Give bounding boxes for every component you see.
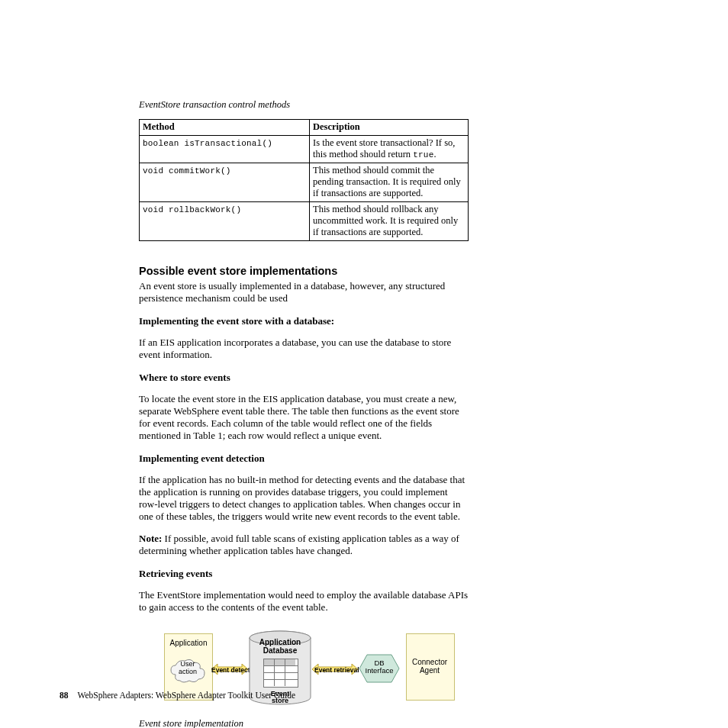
body-text: If the application has no built-in metho… xyxy=(139,474,469,523)
table-row: void commitWork() This method should com… xyxy=(140,163,469,202)
method-cell: void commitWork() xyxy=(143,166,231,176)
body-text: To locate the event store in the EIS app… xyxy=(139,393,469,442)
event-retrieval-label: Event retrieval xyxy=(314,666,359,674)
description-cell: This method should rollback any uncommit… xyxy=(310,202,469,241)
body-text: The EventStore implementation would need… xyxy=(139,589,469,614)
description-cell: Is the event store transactional? If so,… xyxy=(310,136,469,163)
application-label: Application xyxy=(165,639,212,647)
user-action-label: Useraction xyxy=(169,661,206,676)
description-cell: This method should commit the pending tr… xyxy=(310,163,469,202)
intro-text: An event store is usually implemented in… xyxy=(139,280,469,304)
sub-heading: Retrieving events xyxy=(139,568,469,580)
section-heading: Possible event store implementations xyxy=(139,265,617,277)
page-number: 88 xyxy=(60,691,69,700)
sub-heading: Implementing the event store with a data… xyxy=(139,315,469,327)
footer-text: WebSphere Adapters: WebSphere Adapter To… xyxy=(78,691,296,700)
table-header-row: Method Description xyxy=(140,120,469,136)
method-cell: boolean isTransactional() xyxy=(143,139,272,148)
event-table-icon xyxy=(263,659,298,688)
table-caption: EventStore transaction control methods xyxy=(139,99,617,111)
sub-heading: Where to store events xyxy=(139,372,469,384)
connector-label: ConnectorAgent xyxy=(406,658,453,675)
method-cell: void rollbackWork() xyxy=(143,205,241,214)
header-description: Description xyxy=(310,120,469,136)
note-label: Note: xyxy=(139,533,162,544)
sub-heading: Implementing event detection xyxy=(139,453,469,465)
note-text: Note: If possible, avoid full table scan… xyxy=(139,533,469,557)
figure-caption: Event store implementation xyxy=(139,718,617,728)
table-row: boolean isTransactional() Is the event s… xyxy=(140,136,469,163)
table-row: void rollbackWork() This method should r… xyxy=(140,202,469,241)
document-page: EventStore transaction control methods M… xyxy=(0,0,728,728)
page-footer: 88WebSphere Adapters: WebSphere Adapter … xyxy=(60,691,295,700)
body-text: If an EIS application incorporates a dat… xyxy=(139,337,469,361)
header-method: Method xyxy=(140,120,310,136)
methods-table: Method Description boolean isTransaction… xyxy=(139,119,469,241)
db-interface-label: DBInterface xyxy=(358,659,401,675)
database-label: ApplicationDatabase xyxy=(248,638,312,655)
